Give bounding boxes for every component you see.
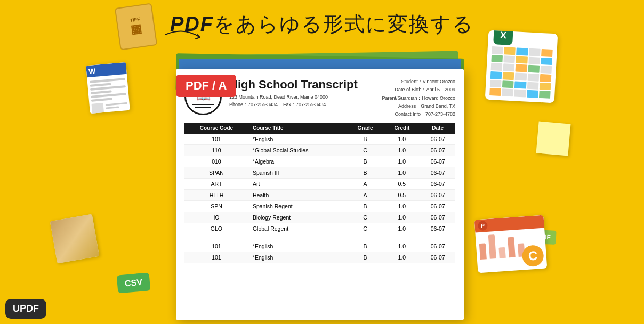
table-row: SPAN Spanish III B 1.0 06-07 [184,167,455,179]
cell-title: *English [248,134,347,145]
table-row: 101 *English B 1.0 06-07 [184,134,455,145]
cell-credit: 1.0 [383,145,420,156]
cell-code: SPN [184,201,248,212]
table-row: SPN Spanish Regent B 1.0 06-07 [184,201,455,212]
title-rest: をあらゆる形式に変換する [214,13,474,35]
cell-date: 06-07 [420,241,455,252]
cell-credit: 1.0 [383,241,420,252]
table-row: 101 *English B 1.0 06-07 [184,241,455,252]
col-header-date: Date [420,123,455,134]
cell-code: ART [184,179,248,190]
cell-grade: C [347,223,384,234]
updf-logo: UPDF [5,299,46,319]
sticky-note [536,121,570,156]
cell-code: SPAN [184,167,248,179]
cell-grade: B [347,201,384,212]
logo-line [192,104,214,105]
col-header-grade: Grade [347,123,384,134]
table-row: 110 *Global-Social Studies C 1.0 06-07 [184,145,455,156]
cell-credit: 1.0 [383,212,420,223]
pdf-badge: PDF / A [176,75,236,97]
cell-code: 110 [184,145,248,156]
cell-date: 06-07 [420,156,455,167]
cell-title: Health [248,190,347,201]
csv-card: CSV [117,272,151,293]
cell-credit: 1.0 [383,134,420,145]
cell-date: 06-07 [420,212,455,223]
cell-credit: 0.5 [383,179,420,190]
cell-date: 06-07 [420,190,455,201]
photo-card [50,214,100,264]
csv-label: CSV [124,278,142,288]
cell-credit: 1.0 [383,201,420,212]
cell-date: 06-07 [420,134,455,145]
cell-credit: 0.5 [383,190,420,201]
main-document: ★ ★ ★ 📖 High School Transcript 123 Mount… [176,69,464,320]
arrow-decoration [163,24,205,45]
cell-code: 101 [184,241,248,252]
cell-date: 06-07 [420,223,455,234]
cell-title: Global Regent [248,223,347,234]
cell-code: HLTH [184,190,248,201]
cell-grade: C [347,145,384,156]
table-row: ART Art A 0.5 06-07 [184,179,455,190]
cell-title: *Algebra [248,156,347,167]
table-row: GLO Global Regent C 1.0 06-07 [184,223,455,234]
document-address: 123 Mountain Road, Dead River, Maine 040… [229,94,363,108]
tiff-card: TIFF ▦ [115,3,157,51]
excel-card: X [485,30,558,103]
cell-date: 06-07 [420,167,455,179]
col-header-title: Course Title [248,123,347,134]
doc-title-section: High School Transcript 123 Mountain Road… [229,78,363,108]
cell-credit: 1.0 [383,252,420,263]
cell-date: 06-07 [420,201,455,212]
cell-code: 101 [184,134,248,145]
cell-code: 101 [184,252,248,263]
table-row: HLTH Health A 0.5 06-07 [184,190,455,201]
logo-line2 [195,107,211,108]
cell-grade: A [347,179,384,190]
cell-grade: B [347,252,384,263]
cell-grade: B [347,134,384,145]
table-row: 101 *English B 1.0 06-07 [184,252,455,263]
cell-title: *English [248,241,347,252]
cell-grade: C [347,212,384,223]
col-header-credit: Credit [383,123,420,134]
ppt-card: P C [474,215,548,273]
cell-grade: B [347,156,384,167]
cell-title: Biology Regent [248,212,347,223]
cell-title: Art [248,179,347,190]
cell-title: *English [248,252,347,263]
cell-grade: B [347,167,384,179]
cell-title: *Global-Social Studies [248,145,347,156]
cell-date: 06-07 [420,145,455,156]
transcript-table: Course Code Course Title Grade Credit Da… [184,123,455,263]
cell-code: 010 [184,156,248,167]
ppt-icon: P [478,221,488,231]
cell-credit: 1.0 [383,167,420,179]
cell-credit: 1.0 [383,156,420,167]
cell-title: Spanish Regent [248,201,347,212]
cell-credit: 1.0 [383,223,420,234]
word-card: W [86,62,130,114]
cell-grade: B [347,241,384,252]
cell-grade: A [347,190,384,201]
cell-date: 06-07 [420,252,455,263]
cell-date: 06-07 [420,179,455,190]
doc-info-section: Student：Vincent Orozco Date of Birth：Apr… [370,78,455,118]
excel-icon: X [493,30,513,45]
cell-title: Spanish III [248,167,347,179]
table-row: 010 *Algebra B 1.0 06-07 [184,156,455,167]
col-header-code: Course Code [184,123,248,134]
table-row: IO Biology Regent C 1.0 06-07 [184,212,455,223]
cell-code: IO [184,212,248,223]
document-title: High School Transcript [229,78,363,92]
cell-code: GLO [184,223,248,234]
